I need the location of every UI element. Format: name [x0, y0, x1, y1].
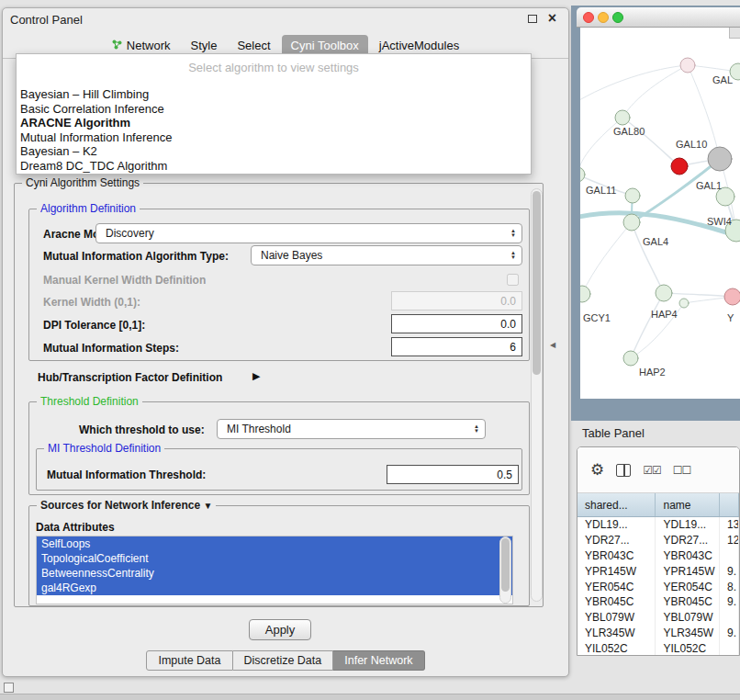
- mi-steps-field[interactable]: [391, 337, 522, 356]
- table-cell: YIL052C: [577, 640, 656, 656]
- table-cell: YPR145W: [577, 563, 656, 579]
- clear-selection-icon[interactable]: ☐☐: [673, 464, 691, 477]
- float-window-icon[interactable]: [528, 15, 537, 23]
- gear-icon[interactable]: ⚙: [590, 460, 604, 480]
- table-row[interactable]: YBR045CYBR045C9.: [577, 594, 739, 610]
- table-row[interactable]: YIL052CYIL052C: [577, 640, 739, 656]
- collapsed-arrow-icon[interactable]: ▶: [252, 370, 260, 382]
- network-node-gal10[interactable]: [708, 147, 732, 171]
- node-label: GCY1: [583, 312, 611, 323]
- mi-threshold-field[interactable]: [387, 465, 519, 484]
- table-cell: [720, 548, 739, 564]
- settings-scrollbar[interactable]: [531, 188, 543, 602]
- network-edge[interactable]: [622, 65, 688, 118]
- network-edge[interactable]: [580, 65, 688, 103]
- table-body: YDL19...YDL19...13YDR27...YDR27...12YBR0…: [577, 517, 739, 656]
- network-node-gcy1[interactable]: [580, 286, 590, 302]
- node-label: GAL: [712, 74, 733, 85]
- scrollbar-thumb[interactable]: [501, 538, 510, 592]
- manual-kernel-checkbox[interactable]: [507, 274, 519, 286]
- minimized-panel-icon[interactable]: [4, 683, 14, 693]
- network-edge[interactable]: [664, 293, 733, 297]
- minimize-traffic-icon[interactable]: [598, 12, 609, 23]
- splitter-collapse-icon[interactable]: ◀: [550, 341, 555, 349]
- network-node[interactable]: [679, 299, 689, 308]
- network-node-hap4[interactable]: [656, 285, 672, 301]
- kernel-width-label: Kernel Width (0,1):: [43, 296, 140, 309]
- network-node[interactable]: [680, 58, 695, 73]
- status-strip: [0, 694, 740, 700]
- close-traffic-icon[interactable]: [583, 12, 594, 23]
- column-header-name[interactable]: name: [656, 493, 720, 516]
- data-attribute-item[interactable]: gal4RGexp: [37, 581, 512, 595]
- mi-steps-label: Mutual Information Steps:: [43, 342, 179, 355]
- dpi-tolerance-field[interactable]: [391, 314, 522, 333]
- algorithm-option-bayesian-k2[interactable]: Bayesian – K2: [17, 144, 531, 159]
- table-row[interactable]: YBL079WYBL079W: [577, 610, 739, 626]
- hub-section-label[interactable]: Hub/Transcription Factor Definition: [38, 371, 222, 384]
- column-header-shared[interactable]: shared...: [577, 493, 656, 516]
- group-title: Cyni Algorithm Settings: [22, 176, 143, 189]
- network-view-window: GALGAL80GAL10GAL11GAL1SWI4GAL4GCY1HAP4YH…: [577, 7, 740, 406]
- table-cell: YDL19...: [577, 517, 656, 533]
- network-node-gal80[interactable]: [615, 110, 630, 125]
- table-row[interactable]: YPR145WYPR145W9.: [577, 563, 739, 579]
- column-selector-icon[interactable]: [616, 464, 631, 477]
- tab-infer-network[interactable]: Infer Network: [333, 650, 424, 671]
- network-node[interactable]: [671, 158, 688, 175]
- kernel-width-field[interactable]: [391, 291, 522, 310]
- table-row[interactable]: YLR345WYLR345W9.: [577, 626, 739, 641]
- network-node-hap2[interactable]: [623, 351, 638, 366]
- algorithm-option-bayesian-hill-climbing[interactable]: Bayesian – Hill Climbing: [17, 87, 531, 102]
- tab-label: Cyni Toolbox: [291, 39, 359, 52]
- combo-value: Naive Bayes: [261, 249, 322, 262]
- tab-label: Style: [191, 39, 218, 52]
- table-cell: YBR043C: [656, 548, 720, 564]
- table-row[interactable]: YDL19...YDL19...13: [577, 517, 739, 533]
- dropdown-items: Bayesian – Hill ClimbingBasic Correlatio…: [17, 87, 531, 173]
- tab-label: Select: [237, 39, 270, 52]
- table-row[interactable]: YER054CYER054C8.: [577, 579, 739, 594]
- apply-button[interactable]: Apply: [249, 619, 311, 640]
- network-window-titlebar[interactable]: [577, 7, 740, 28]
- network-edge[interactable]: [631, 293, 664, 358]
- table-row[interactable]: YBR043CYBR043C: [577, 548, 739, 564]
- data-attributes-list[interactable]: SelfLoopsTopologicalCoefficientBetweenne…: [36, 536, 513, 604]
- data-attribute-item[interactable]: SelfLoops: [37, 536, 512, 551]
- group-title: Algorithm Definition: [37, 202, 140, 215]
- node-label: HAP4: [651, 309, 678, 320]
- network-tab-icon: [112, 39, 122, 52]
- list-scrollbar[interactable]: [499, 536, 511, 604]
- scrollbar-thumb[interactable]: [533, 191, 541, 375]
- network-node[interactable]: [580, 167, 585, 182]
- tab-label: jActiveModules: [379, 39, 459, 52]
- network-node-y[interactable]: [724, 288, 740, 305]
- node-label: SWI4: [707, 216, 732, 227]
- column-header-col2[interactable]: [720, 493, 739, 516]
- which-threshold-select[interactable]: MI Threshold ▲ ▼: [217, 419, 486, 439]
- network-canvas[interactable]: GALGAL80GAL10GAL11GAL1SWI4GAL4GCY1HAP4YH…: [580, 28, 740, 399]
- group-title[interactable]: Sources for Network Inference ▼: [37, 499, 216, 512]
- network-node-gal11[interactable]: [625, 188, 640, 203]
- algorithm-option-aracne-algorithm[interactable]: ARACNE Algorithm: [17, 116, 531, 130]
- tab-discretize-data[interactable]: Discretize Data: [233, 650, 334, 671]
- network-node-gal4[interactable]: [623, 214, 640, 231]
- data-attribute-item[interactable]: BetweennessCentrality: [37, 566, 512, 581]
- algorithm-option-dream8-dc-tdc-algorithm[interactable]: Dream8 DC_TDC Algorithm: [17, 159, 531, 174]
- table-cell: 12: [720, 533, 739, 548]
- data-attribute-item[interactable]: TopologicalCoefficient: [37, 551, 512, 566]
- network-edge[interactable]: [582, 222, 632, 294]
- zoom-traffic-icon[interactable]: [612, 12, 623, 23]
- table-cell: YIL052C: [656, 640, 720, 656]
- mi-type-select[interactable]: Naive Bayes ▲ ▼: [251, 245, 522, 265]
- algorithm-option-basic-correlation-inference[interactable]: Basic Correlation Inference: [17, 102, 531, 117]
- tab-impute-data[interactable]: Impute Data: [146, 650, 232, 671]
- network-edge[interactable]: [632, 222, 664, 293]
- table-toolbar: ⚙ ☑☑ ☐☐: [577, 447, 739, 493]
- select-all-icon[interactable]: ☑☑: [643, 464, 661, 477]
- aracne-mode-select[interactable]: Discovery ▲ ▼: [95, 223, 522, 243]
- table-row[interactable]: YDR27...YDR27...12: [577, 533, 739, 548]
- close-icon[interactable]: ×: [548, 10, 556, 27]
- network-edge[interactable]: [622, 118, 679, 166]
- algorithm-option-mutual-information-inference[interactable]: Mutual Information Inference: [17, 130, 531, 145]
